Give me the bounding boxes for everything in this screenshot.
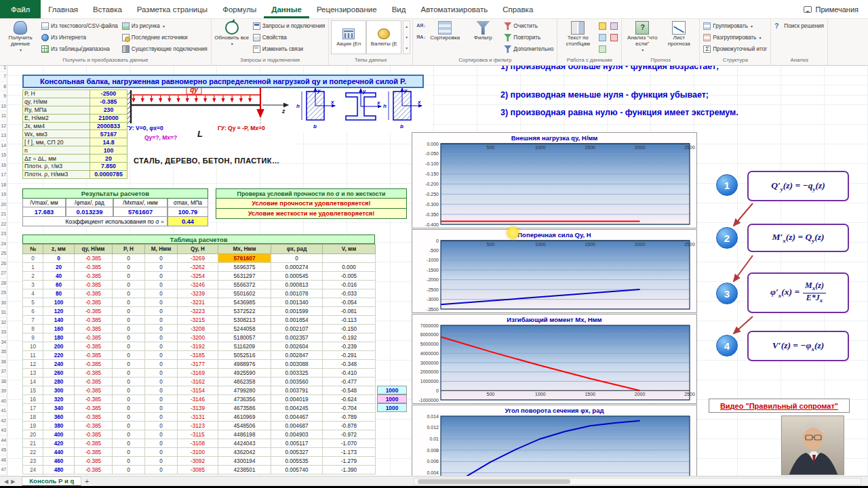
- row-headers[interactable]: 1789101112131415161718192021222324252627…: [0, 66, 7, 476]
- video-link-box[interactable]: Видео "Правильный сопромат": [709, 399, 850, 413]
- cell[interactable]: -1.390: [323, 466, 376, 474]
- worksheet[interactable]: 1789101112131415161718192021222324252627…: [0, 66, 868, 476]
- cell[interactable]: 0: [145, 254, 178, 263]
- cell[interactable]: 140: [43, 316, 75, 325]
- ribbon-button-из-интернета[interactable]: Из Интернета: [40, 32, 119, 43]
- parameter-value[interactable]: 20: [90, 155, 127, 163]
- cell[interactable]: -3185: [178, 351, 218, 360]
- cell[interactable]: 5436985: [218, 298, 271, 307]
- cell[interactable]: 0: [113, 351, 145, 360]
- row-header[interactable]: 40: [0, 396, 7, 407]
- cell[interactable]: 0: [113, 316, 145, 325]
- ribbon-tab-вид[interactable]: Вид: [384, 0, 414, 18]
- cell[interactable]: 0: [145, 395, 178, 404]
- chart-поперечная-сила-qy-н[interactable]: 0-500-1000-1500-2000-2500-3000-350050010…: [412, 229, 697, 313]
- cell[interactable]: -0.385: [75, 281, 113, 289]
- ribbon-button-очистить[interactable]: Очистить: [502, 20, 555, 32]
- ribbon-button-из-рисунка[interactable]: Из рисунка▾: [121, 20, 209, 32]
- cell[interactable]: 0: [113, 360, 145, 369]
- row-header[interactable]: 46: [0, 455, 7, 466]
- ribbon-tab-вставка[interactable]: Вставка: [85, 0, 130, 18]
- scrollbar-thumb[interactable]: [418, 479, 570, 484]
- row-header[interactable]: 31: [0, 308, 7, 318]
- cell[interactable]: 0.000274: [271, 263, 323, 272]
- cell[interactable]: 340: [43, 404, 75, 413]
- ribbon-button-обновить-все[interactable]: Обновить все▾: [214, 20, 250, 47]
- cell[interactable]: 5761607: [218, 254, 271, 263]
- cell[interactable]: 3: [23, 281, 43, 289]
- cell[interactable]: -0.348: [323, 360, 376, 369]
- parameter-label[interactable]: Плотн. ρ, т/м3: [23, 163, 90, 171]
- parameter-value[interactable]: 0.0000785: [90, 170, 127, 178]
- ribbon-button-изменить-связи[interactable]: Изменить связи: [252, 43, 327, 55]
- cell[interactable]: 4238501: [218, 466, 271, 474]
- row-header[interactable]: 33: [0, 327, 7, 338]
- results-value[interactable]: 0.013239: [66, 207, 113, 217]
- cell[interactable]: 380: [43, 422, 75, 430]
- cell[interactable]: -0.385: [75, 386, 113, 395]
- row-header[interactable]: 13: [0, 131, 7, 141]
- cell[interactable]: -3262: [178, 263, 218, 272]
- cell[interactable]: -0.789: [323, 413, 376, 422]
- calc-col-header[interactable]: №: [23, 245, 43, 254]
- cell[interactable]: 0: [113, 466, 145, 474]
- cell[interactable]: 0.003791: [271, 386, 323, 395]
- results-col-header[interactable]: /Vmax/, мм: [22, 199, 66, 207]
- row-header[interactable]: 39: [0, 386, 7, 396]
- ribbon-button-промежуточный-итог[interactable]: Промежуточный итог: [702, 43, 768, 55]
- cell[interactable]: 0: [145, 298, 178, 307]
- cell[interactable]: -0.385: [75, 466, 113, 474]
- cell[interactable]: -0.385: [75, 272, 113, 281]
- cell[interactable]: 0: [145, 351, 178, 360]
- cell[interactable]: 0: [145, 263, 178, 272]
- video-link[interactable]: Видео "Правильный сопромат": [720, 402, 838, 410]
- cell[interactable]: 16: [23, 395, 43, 404]
- cell[interactable]: 100: [43, 298, 75, 307]
- cell[interactable]: -1.173: [323, 448, 376, 457]
- cell[interactable]: -0.385: [75, 448, 113, 457]
- parameter-value[interactable]: -0.385: [90, 98, 127, 106]
- cell[interactable]: -0.291: [323, 351, 376, 360]
- ribbon-button-из-таблицы-диапазона[interactable]: Из таблицы/диапазона: [40, 43, 119, 55]
- cell[interactable]: 13: [23, 369, 43, 378]
- cell[interactable]: -3108: [178, 439, 218, 448]
- gallery-scroll[interactable]: ▲▼▼: [403, 20, 410, 54]
- cell[interactable]: 22: [23, 448, 43, 457]
- cell[interactable]: 5372522: [218, 307, 271, 316]
- parameter-value[interactable]: 14.8: [90, 138, 127, 146]
- ribbon-button-текст-по-столбцам[interactable]: Текст по столбцам: [559, 20, 596, 48]
- parameter-value[interactable]: 2000833: [90, 122, 127, 130]
- cell[interactable]: 440: [43, 448, 75, 457]
- cell[interactable]: -0.385: [75, 325, 113, 333]
- cell[interactable]: -0.239: [323, 342, 376, 351]
- cell[interactable]: -0.972: [323, 430, 376, 439]
- parameter-value[interactable]: 57167: [90, 130, 127, 138]
- row-header[interactable]: 18: [0, 180, 7, 190]
- cell[interactable]: 0.004467: [271, 413, 323, 422]
- ribbon-button-группировать[interactable]: Группировать▾: [702, 20, 768, 32]
- ribbon-button-последние-источники[interactable]: Последние источники: [121, 32, 209, 43]
- cell[interactable]: -0.385: [75, 404, 113, 413]
- sheet-nav-arrows[interactable]: ◀▶: [0, 479, 22, 485]
- row-header[interactable]: 26: [0, 259, 7, 269]
- cell[interactable]: 0.001340: [271, 298, 323, 307]
- row-header[interactable]: 35: [0, 347, 7, 357]
- cell[interactable]: 0.002604: [271, 342, 323, 351]
- cell[interactable]: -3146: [178, 395, 218, 404]
- cell[interactable]: 320: [43, 395, 75, 404]
- row-header[interactable]: 43: [0, 426, 7, 436]
- cell[interactable]: 120: [43, 307, 75, 316]
- parameter-label[interactable]: Jx, мм4: [23, 122, 90, 130]
- row-header[interactable]: 32: [0, 318, 7, 328]
- cell[interactable]: 180: [43, 333, 75, 342]
- row-header[interactable]: 41: [0, 406, 7, 416]
- cell[interactable]: -0.385: [75, 351, 113, 360]
- cell[interactable]: 5052516: [218, 351, 271, 360]
- cell[interactable]: -0.385: [75, 298, 113, 307]
- cell[interactable]: 0: [145, 333, 178, 342]
- cell[interactable]: -3123: [178, 422, 218, 430]
- parameter-label[interactable]: E, Н/мм2: [23, 114, 90, 122]
- row-header[interactable]: 17: [0, 170, 7, 180]
- cell[interactable]: 0.004019: [271, 395, 323, 404]
- cell[interactable]: 4988976: [218, 360, 271, 369]
